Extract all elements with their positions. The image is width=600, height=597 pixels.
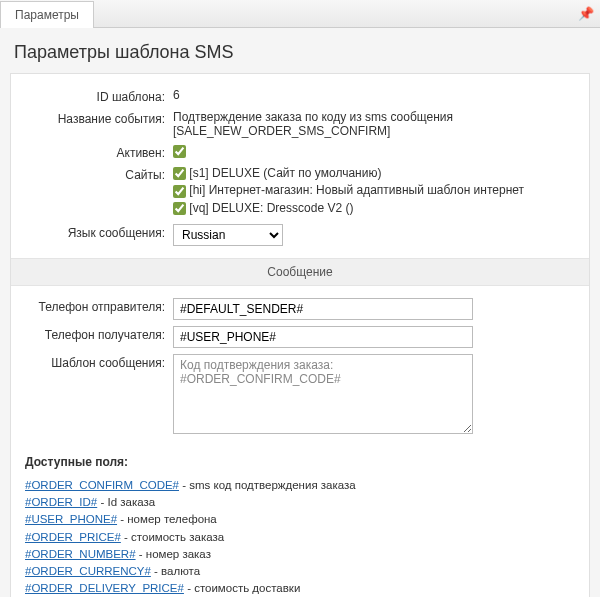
value-event-name: Подтверждение заказа по коду из sms сооб…: [173, 110, 575, 138]
field-line: #ORDER_ID# - Id заказа: [25, 494, 575, 511]
label-template-body: Шаблон сообщения:: [25, 354, 173, 370]
field-desc: - стоимость доставки: [184, 582, 300, 594]
field-macro-link[interactable]: #ORDER_PRICE#: [25, 531, 121, 543]
section-message-header: Сообщение: [11, 258, 589, 286]
page-title: Параметры шаблона SMS: [0, 28, 600, 73]
field-macro-link[interactable]: #USER_PHONE#: [25, 513, 117, 525]
field-desc: - номер телефона: [117, 513, 217, 525]
field-desc: - стоимость заказа: [121, 531, 224, 543]
label-active: Активен:: [25, 144, 173, 160]
field-macro-link[interactable]: #ORDER_CURRENCY#: [25, 565, 151, 577]
field-line: #ORDER_NUMBER# - номер заказ: [25, 546, 575, 563]
input-sender-phone[interactable]: [173, 298, 473, 320]
input-recipient-phone[interactable]: [173, 326, 473, 348]
field-macro-link[interactable]: #ORDER_CONFIRM_CODE#: [25, 479, 179, 491]
field-desc: - sms код подтверждения заказа: [179, 479, 356, 491]
label-sender-phone: Телефон отправителя:: [25, 298, 173, 314]
checkbox-active[interactable]: [173, 145, 186, 158]
site-option[interactable]: [hi] Интернет-магазин: Новый адаптивный …: [173, 183, 575, 197]
site-checkbox[interactable]: [173, 202, 186, 215]
field-line: #ORDER_CURRENCY# - валюта: [25, 563, 575, 580]
tab-parameters[interactable]: Параметры: [0, 1, 94, 28]
field-line: #ORDER_PRICE# - стоимость заказа: [25, 529, 575, 546]
label-event-name: Название события:: [25, 110, 173, 126]
label-sites: Сайты:: [25, 166, 173, 182]
site-option[interactable]: [vq] DELUXE: Dresscode V2 (): [173, 201, 575, 215]
tab-bar: Параметры 📌: [0, 0, 600, 28]
field-line: #USER_PHONE# - номер телефона: [25, 511, 575, 528]
field-macro-link[interactable]: #ORDER_ID#: [25, 496, 97, 508]
field-line: #ORDER_CONFIRM_CODE# - sms код подтвержд…: [25, 477, 575, 494]
label-lang: Язык сообщения:: [25, 224, 173, 240]
site-checkbox[interactable]: [173, 167, 186, 180]
available-fields-title: Доступные поля:: [25, 455, 575, 469]
sites-list: [s1] DELUXE (Сайт по умолчанию) [hi] Инт…: [173, 166, 575, 218]
field-desc: - номер заказ: [136, 548, 211, 560]
field-desc: - валюта: [151, 565, 200, 577]
pin-icon[interactable]: 📌: [578, 6, 594, 21]
field-line: #ORDER_DELIVERY_PRICE# - стоимость доста…: [25, 580, 575, 597]
label-template-id: ID шаблона:: [25, 88, 173, 104]
field-desc: - Id заказа: [97, 496, 155, 508]
label-recipient-phone: Телефон получателя:: [25, 326, 173, 342]
site-checkbox[interactable]: [173, 185, 186, 198]
available-fields-list: #ORDER_CONFIRM_CODE# - sms код подтвержд…: [25, 477, 575, 597]
textarea-template-body[interactable]: [173, 354, 473, 434]
field-macro-link[interactable]: #ORDER_NUMBER#: [25, 548, 136, 560]
field-macro-link[interactable]: #ORDER_DELIVERY_PRICE#: [25, 582, 184, 594]
form-panel: ID шаблона: 6 Название события: Подтверж…: [10, 73, 590, 597]
site-option[interactable]: [s1] DELUXE (Сайт по умолчанию): [173, 166, 575, 180]
select-language[interactable]: Russian: [173, 224, 283, 246]
value-template-id: 6: [173, 88, 575, 102]
